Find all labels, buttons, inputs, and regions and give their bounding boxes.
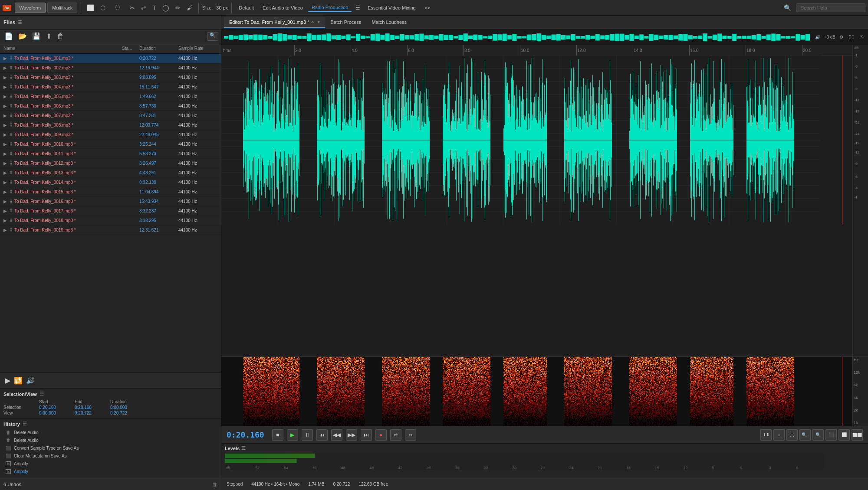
- brush-tool-button[interactable]: 🖌: [184, 3, 195, 12]
- file-row[interactable]: ▶ ⠿ To Dad, From Kelly_0013.mp3 * 4:48.2…: [0, 168, 221, 178]
- channel-select-button[interactable]: ⇔: [405, 429, 416, 441]
- file-row[interactable]: ▶ ⠿ To Dad, From Kelly_006.mp3 * 8:57.73…: [0, 101, 221, 111]
- zoom-in-time-button[interactable]: 🔍: [812, 429, 824, 441]
- sv-sel-duration[interactable]: 0:00.000: [110, 405, 145, 410]
- file-row-handle: ⠿: [10, 66, 13, 70]
- sv-sel-start[interactable]: 0:20.160: [39, 405, 74, 410]
- history-item[interactable]: 🗑 Delete Audio: [3, 436, 217, 444]
- zoom-out-time-button[interactable]: 🔍-: [799, 429, 811, 441]
- history-item[interactable]: ⬛ Convert Sample Type on Save As: [3, 444, 217, 452]
- zoom-out-amplitude-button[interactable]: ↕: [773, 429, 785, 441]
- zoom-fit-button[interactable]: ⛶: [786, 429, 798, 441]
- file-row[interactable]: ▶ ⠿ To Dad, From Kelly_008.mp3 * 12:03.7…: [0, 121, 221, 130]
- files-play-button[interactable]: ▶: [5, 376, 10, 385]
- files-volume-button[interactable]: 🔊: [26, 376, 35, 385]
- fast-forward-button[interactable]: ▶▶: [346, 429, 357, 441]
- marquee-tool-button[interactable]: ⬡: [98, 3, 108, 12]
- play-button[interactable]: ▶: [287, 429, 298, 441]
- save-file-button[interactable]: 💾: [30, 32, 43, 41]
- file-row[interactable]: ▶ ⠿ To Dad, From Kelly_007.mp3 * 8:47.28…: [0, 111, 221, 121]
- go-to-start-button[interactable]: ⏮: [316, 429, 328, 441]
- file-row[interactable]: ▶ ⠿ To Dad, From Kelly_0010.mp3 * 3:25.2…: [0, 140, 221, 149]
- open-file-button[interactable]: 📂: [16, 32, 29, 41]
- file-row[interactable]: ▶ ⠿ To Dad, From Kelly_003.mp3 * 9:03.89…: [0, 73, 221, 82]
- files-loop-button[interactable]: 🔁: [14, 376, 23, 385]
- file-row[interactable]: ▶ ⠿ To Dad, From Kelly_0016.mp3 * 15:43.…: [0, 197, 221, 206]
- overview-gain-icon[interactable]: 🔊: [813, 34, 822, 40]
- overview-zoom-fit-button[interactable]: ⛶: [847, 34, 856, 40]
- history-item[interactable]: ⬛ Clear Metadata on Save As: [3, 452, 217, 460]
- workspace-default[interactable]: Default: [235, 4, 257, 12]
- workspace-essential-video[interactable]: Essential Video Mixing: [364, 4, 419, 12]
- overview-settings-button[interactable]: ⚙: [837, 34, 845, 40]
- file-row[interactable]: ▶ ⠿ To Dad, From Kelly_005.mp3 * 1:49.66…: [0, 92, 221, 101]
- history-menu-icon[interactable]: ☰: [23, 421, 27, 427]
- workspace-radio-production[interactable]: Radio Production: [308, 3, 352, 12]
- files-panel-menu-icon[interactable]: ☰: [18, 20, 22, 25]
- history-item[interactable]: fx Amplify: [3, 460, 217, 467]
- waveform-main[interactable]: [221, 45, 852, 356]
- slip-tool-button[interactable]: ⇄: [139, 3, 148, 12]
- file-row[interactable]: ▶ ⠿ To Dad, From Kelly_002.mp3 * 12:19.9…: [0, 63, 221, 73]
- files-search-icon[interactable]: 🔍: [207, 32, 218, 41]
- new-file-button[interactable]: 📄: [3, 32, 15, 41]
- workspace-edit-audio[interactable]: Edit Audio to Video: [259, 4, 306, 12]
- editor-tab-main[interactable]: Editor: To Dad, From Kelly_001.mp3 * ✕ ▾: [224, 17, 325, 28]
- pencil-tool-button[interactable]: ✏: [173, 3, 183, 12]
- delete-history-icon[interactable]: 🗑: [213, 482, 217, 487]
- sv-view-start[interactable]: 0:00.000: [39, 411, 74, 415]
- file-row-handle: ⠿: [10, 85, 13, 89]
- spectrogram-canvas-container: [221, 357, 852, 426]
- waveform-mode-button[interactable]: Waveform: [15, 3, 46, 13]
- record-button[interactable]: ●: [375, 429, 387, 441]
- history-item-label: Amplify: [14, 469, 28, 474]
- text-tool-button[interactable]: T: [150, 3, 158, 12]
- editor-tab-close[interactable]: ✕: [311, 20, 314, 24]
- batch-process-tab[interactable]: Batch Process: [325, 17, 366, 28]
- selection-tool-button[interactable]: ⬜: [85, 3, 96, 12]
- workspace-menu-button[interactable]: ☰: [353, 4, 362, 12]
- file-name: To Dad, From Kelly_007.mp3 *: [14, 113, 139, 118]
- sv-view-duration[interactable]: 0:20.722: [110, 411, 145, 415]
- lasso-tool-button[interactable]: 〈〉: [109, 3, 126, 13]
- file-row[interactable]: ▶ ⠿ To Dad, From Kelly_0011.mp3 * 5:58.3…: [0, 149, 221, 159]
- sv-sel-end[interactable]: 0:20.160: [75, 405, 109, 410]
- file-row[interactable]: ▶ ⠿ To Dad, From Kelly_009.mp3 * 22:48.0…: [0, 130, 221, 140]
- go-to-end-button[interactable]: ⏭: [361, 429, 372, 441]
- search-icon-button[interactable]: 🔍: [782, 3, 793, 12]
- file-row[interactable]: ▶ ⠿ To Dad, From Kelly_0012.mp3 * 3:26.4…: [0, 159, 221, 168]
- rewind-button[interactable]: ◀◀: [331, 429, 342, 441]
- sv-view-end[interactable]: 0:20.722: [75, 411, 109, 415]
- hz-label-1k: 1k: [854, 421, 867, 425]
- history-item[interactable]: 🗑 Delete Audio: [3, 428, 217, 436]
- pause-button[interactable]: ⏸: [302, 429, 313, 441]
- file-row[interactable]: ▶ ⠿ To Dad, From Kelly_0017.mp3 * 8:32.2…: [0, 206, 221, 216]
- file-duration: 15:11.647: [139, 85, 178, 89]
- file-row[interactable]: ▶ ⠿ To Dad, From Kelly_004.mp3 * 15:11.6…: [0, 82, 221, 92]
- file-row[interactable]: ▶ ⠿ To Dad, From Kelly_0015.mp3 * 11:04.…: [0, 187, 221, 197]
- match-loudness-tab[interactable]: Match Loudness: [366, 17, 412, 28]
- overview-expand-button[interactable]: ⇱: [858, 34, 865, 40]
- zoom-full-button[interactable]: ⬜: [838, 429, 850, 441]
- files-panel-title: Files: [3, 20, 15, 26]
- zoom-in-amplitude-button[interactable]: ⬆⬇: [760, 429, 772, 441]
- levels-menu-icon[interactable]: ☰: [241, 445, 246, 451]
- ellipse-tool-button[interactable]: ◯: [160, 3, 171, 12]
- editor-tab-menu[interactable]: ▾: [318, 20, 320, 24]
- zoom-to-selection-button[interactable]: ⬛: [825, 429, 837, 441]
- stop-button[interactable]: ■: [272, 429, 283, 441]
- razor-tool-button[interactable]: ✂: [128, 3, 137, 12]
- selection-view-menu[interactable]: ☰: [39, 391, 44, 397]
- delete-file-button[interactable]: 🗑: [55, 32, 66, 41]
- file-row[interactable]: ▶ ⠿ To Dad, From Kelly_001.mp3 * 0:20.72…: [0, 54, 221, 63]
- search-help-input[interactable]: [796, 3, 865, 12]
- history-item[interactable]: fx Amplify: [3, 467, 217, 475]
- zoom-all-button[interactable]: ⬜⬜: [852, 429, 863, 441]
- multitrack-mode-button[interactable]: Multitrack: [47, 3, 77, 13]
- loop-playback-button[interactable]: ⇄: [390, 429, 401, 441]
- file-row[interactable]: ▶ ⠿ To Dad, From Kelly_0019.mp3 * 12:31.…: [0, 225, 221, 235]
- workspace-more-button[interactable]: >>: [421, 4, 434, 12]
- file-row[interactable]: ▶ ⠿ To Dad, From Kelly_0014.mp3 * 8:32.1…: [0, 178, 221, 187]
- file-row[interactable]: ▶ ⠿ To Dad, From Kelly_0018.mp3 * 3:18.2…: [0, 216, 221, 225]
- import-button[interactable]: ⬆: [44, 32, 53, 41]
